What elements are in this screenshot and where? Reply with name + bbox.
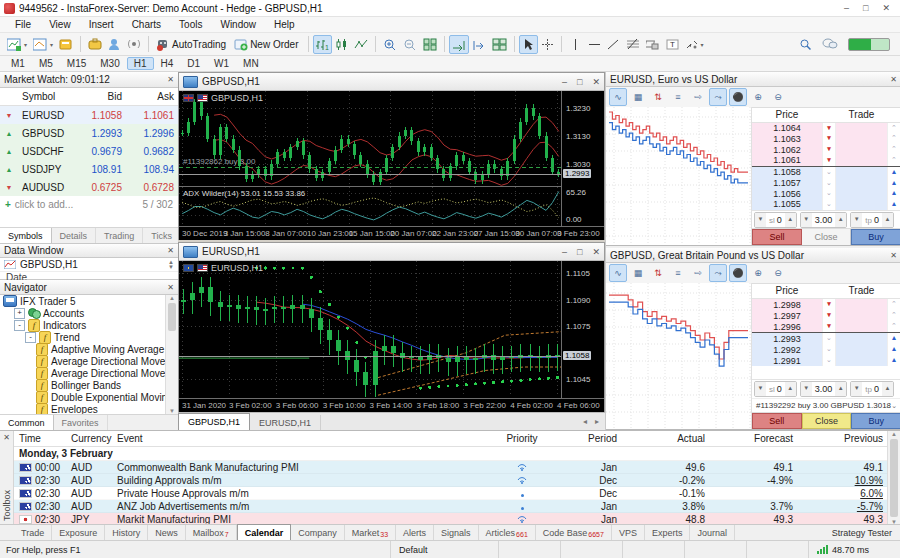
spinner-up-icon[interactable]: ▲ (882, 382, 893, 396)
scroll-left-icon[interactable]: ◂ (583, 417, 587, 426)
minimize-icon[interactable]: – (844, 3, 849, 13)
gbpusd-chart-canvas[interactable]: 1.32301.31301.30301.299365.260.0030 Dec … (179, 91, 604, 240)
horizontal-line-button[interactable] (585, 35, 604, 54)
market-watch-row[interactable]: ▲USDJPY108.91108.94 (0, 160, 178, 178)
depth-icon[interactable]: ≡ (669, 264, 687, 282)
timeframe-h1[interactable]: H1 (127, 57, 154, 70)
market-watch-row[interactable]: ▲GBPUSD1.29931.2996 (0, 124, 178, 142)
toolbox-tab-signals[interactable]: Signals (434, 525, 479, 540)
navigator-item[interactable]: fDouble Exponential Moving Av (0, 391, 166, 403)
market-watch-row[interactable]: ▲USDCHF0.96790.9682 (0, 142, 178, 160)
sell-chevron-icon[interactable]: ▾ (822, 310, 836, 321)
timeframe-w1[interactable]: W1 (207, 57, 236, 70)
dom-bid-row[interactable]: 1.2991⌄▴ (752, 355, 900, 366)
auto-scroll-button[interactable] (449, 35, 469, 54)
toolbox-tab-company[interactable]: Company (291, 525, 345, 540)
navigator-item[interactable]: fAdaptive Moving Average (0, 343, 166, 355)
up-chevron-icon[interactable]: ⌃ (887, 123, 900, 134)
close-icon[interactable]: ✕ (167, 246, 174, 255)
market-watch-row[interactable]: ▼EURUSD1.10581.1061 (0, 106, 178, 124)
scroll-arrows-icon[interactable]: ▲▼ (168, 260, 174, 270)
fibonacci-button[interactable] (623, 35, 643, 54)
dom-ask-row[interactable]: 1.1061▾⌃ (752, 155, 900, 167)
sell-chevron-icon[interactable]: ▾ (822, 299, 836, 310)
timeframe-m5[interactable]: M5 (32, 57, 60, 70)
stop-loss-spinner[interactable]: ▼sl0▲ (754, 212, 797, 228)
menu-file[interactable]: File (6, 18, 40, 31)
close-button[interactable]: Close (802, 413, 852, 429)
open-position-row[interactable]: #11392292 buy 3.00 GBPUSD 1.3018⌄ (752, 398, 900, 412)
up-chevron-icon[interactable]: ⌃ (887, 310, 900, 321)
toolbox-tab-calendar[interactable]: Calendar (237, 524, 292, 541)
orders-icon[interactable]: ⇨ (689, 264, 707, 282)
toolbox-tab-trade[interactable]: Trade (14, 525, 52, 540)
buy-chevron-icon[interactable]: ▴ (887, 355, 900, 366)
take-profit-spinner[interactable]: ▼tp0▲ (850, 212, 894, 228)
toolbox-tab-news[interactable]: News (148, 525, 186, 540)
volume-spinner[interactable]: ▼3.00▲ (800, 381, 848, 397)
down-chevron-icon[interactable]: ⌄ (822, 167, 836, 178)
dom-ask-row[interactable]: 1.1063▾⌃ (752, 133, 900, 144)
close-icon[interactable]: ✕ (3, 433, 10, 442)
timeframe-mn[interactable]: MN (236, 57, 266, 70)
bar-chart-button[interactable]: 1 (313, 35, 332, 54)
depth-icon[interactable]: ≡ (669, 88, 687, 106)
zoom-out-button[interactable] (400, 35, 420, 54)
vertical-line-button[interactable] (566, 35, 585, 54)
chart-mode-icon[interactable]: ∿ (609, 88, 627, 106)
dom-bid-row[interactable]: 1.2992⌄▴ (752, 344, 900, 355)
navigator-item[interactable]: fBollinger Bands (0, 379, 166, 391)
chat-icon[interactable] (822, 38, 838, 50)
crosshair-button[interactable] (538, 35, 557, 54)
down-chevron-icon[interactable]: ⌄ (822, 355, 836, 366)
candlestick-chart-button[interactable] (332, 35, 351, 54)
market-watch-tab-trading[interactable]: Trading (96, 228, 143, 243)
navigator-item[interactable]: -fTrend (0, 331, 166, 343)
spinner-down-icon[interactable]: ▼ (851, 382, 862, 396)
strategy-tester-link[interactable]: Strategy Tester (832, 528, 900, 538)
spinner-down-icon[interactable]: ▼ (801, 213, 812, 227)
transfer-icon[interactable]: ⇅ (649, 88, 667, 106)
toolbox-tab-code-base[interactable]: Code Base6657 (536, 525, 612, 540)
zoom-out-icon[interactable]: ⊖ (769, 264, 787, 282)
navigator-item[interactable]: fAverage Directional Movement (0, 355, 166, 367)
dom-ask-row[interactable]: 1.2997▾⌃ (752, 310, 900, 321)
close-icon[interactable]: ✕ (167, 283, 174, 292)
buy-chevron-icon[interactable]: ▴ (887, 333, 900, 344)
dom-bid-row[interactable]: 1.1058⌄▴ (752, 167, 900, 178)
buy-chevron-icon[interactable]: ▴ (887, 178, 900, 189)
toolbox-tab-exposure[interactable]: Exposure (52, 525, 105, 540)
chart-tab-gbpusd-h1[interactable]: GBPUSD,H1 (178, 413, 250, 430)
buy-chevron-icon[interactable]: ▴ (887, 167, 900, 178)
navigator-tab-favorites[interactable]: Favorites (54, 415, 108, 430)
buy-chevron-icon[interactable]: ▴ (887, 344, 900, 355)
chart-window-titlebar[interactable]: GBPUSD,H1 – □ ✕ (179, 73, 604, 91)
minimize-icon[interactable]: – (562, 77, 567, 87)
market-watch-add-row[interactable]: + click to add... 5 / 302 (0, 196, 178, 213)
menu-help[interactable]: Help (265, 18, 304, 31)
zoom-in-button[interactable] (380, 35, 400, 54)
sell-button[interactable]: Sell (752, 413, 802, 429)
down-chevron-icon[interactable]: ⌄ (822, 333, 836, 344)
circles-icon[interactable]: ⚫ (729, 264, 747, 282)
navigator-item[interactable]: +Accounts (0, 307, 166, 319)
spinner-up-icon[interactable]: ▲ (835, 213, 846, 227)
spinner-up-icon[interactable]: ▲ (785, 213, 796, 227)
market-watch-tab-symbols[interactable]: Symbols (0, 228, 52, 243)
strategy-navigator-button[interactable] (56, 35, 76, 54)
timeframe-m1[interactable]: M1 (4, 57, 32, 70)
up-chevron-icon[interactable]: ⌃ (887, 144, 900, 155)
dom-ask-row[interactable]: 1.1064▾⌃ (752, 123, 900, 134)
profiles-button[interactable]: ▾ (30, 35, 56, 54)
dom-bid-row[interactable]: 1.1056⌄▴ (752, 188, 900, 199)
spinner-down-icon[interactable]: ▼ (755, 213, 766, 227)
toolbox-tab-market[interactable]: Market33 (345, 525, 396, 540)
dom-ask-row[interactable]: 1.1062▾⌃ (752, 144, 900, 155)
orders-icon[interactable]: ⇨ (689, 88, 707, 106)
tree-expander-icon[interactable]: - (25, 332, 36, 343)
sell-chevron-icon[interactable]: ▾ (822, 123, 836, 134)
calendar-event-row[interactable]: 02:30AUDBuilding Approvals m/mDec-0.2%-4… (14, 474, 888, 487)
volume-spinner[interactable]: ▼3.00▲ (800, 212, 848, 228)
status-profile[interactable]: Default (390, 541, 498, 558)
timeframe-m30[interactable]: M30 (93, 57, 126, 70)
